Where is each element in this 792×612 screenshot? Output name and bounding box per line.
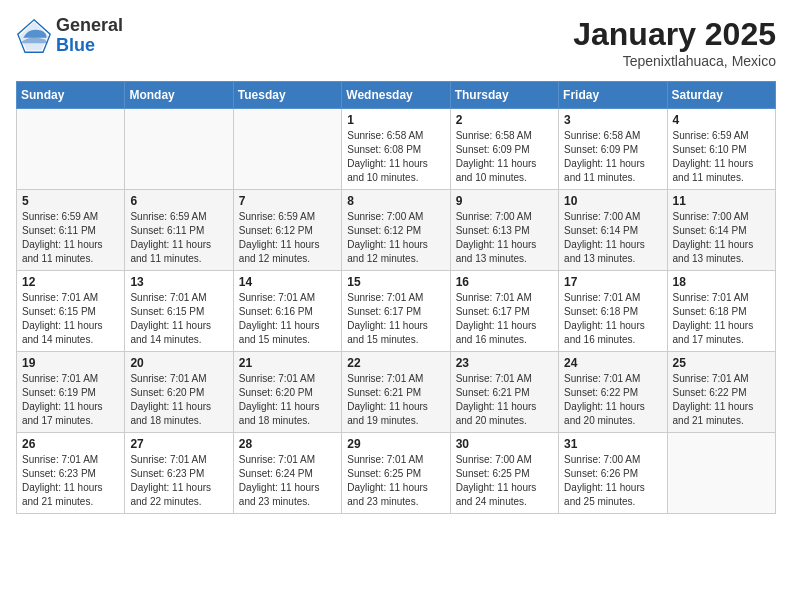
calendar-cell xyxy=(667,433,775,514)
calendar-table: SundayMondayTuesdayWednesdayThursdayFrid… xyxy=(16,81,776,514)
calendar-cell xyxy=(125,109,233,190)
calendar-cell xyxy=(17,109,125,190)
calendar-cell: 15Sunrise: 7:01 AMSunset: 6:17 PMDayligh… xyxy=(342,271,450,352)
cell-daylight: Daylight: 11 hours and 16 minutes. xyxy=(456,319,553,347)
calendar-week-row: 26Sunrise: 7:01 AMSunset: 6:23 PMDayligh… xyxy=(17,433,776,514)
cell-sunrise: Sunrise: 7:01 AM xyxy=(239,453,336,467)
cell-daylight: Daylight: 11 hours and 24 minutes. xyxy=(456,481,553,509)
day-number: 28 xyxy=(239,437,336,451)
calendar-cell: 8Sunrise: 7:00 AMSunset: 6:12 PMDaylight… xyxy=(342,190,450,271)
day-number: 20 xyxy=(130,356,227,370)
cell-sunrise: Sunrise: 7:00 AM xyxy=(673,210,770,224)
day-number: 11 xyxy=(673,194,770,208)
cell-daylight: Daylight: 11 hours and 25 minutes. xyxy=(564,481,661,509)
cell-sunrise: Sunrise: 7:00 AM xyxy=(456,453,553,467)
cell-daylight: Daylight: 11 hours and 18 minutes. xyxy=(130,400,227,428)
weekday-header-saturday: Saturday xyxy=(667,82,775,109)
cell-daylight: Daylight: 11 hours and 17 minutes. xyxy=(22,400,119,428)
logo-general-text: General xyxy=(56,16,123,36)
cell-daylight: Daylight: 11 hours and 23 minutes. xyxy=(239,481,336,509)
cell-sunrise: Sunrise: 7:01 AM xyxy=(347,372,444,386)
cell-sunset: Sunset: 6:16 PM xyxy=(239,305,336,319)
cell-sunrise: Sunrise: 7:00 AM xyxy=(347,210,444,224)
cell-sunset: Sunset: 6:24 PM xyxy=(239,467,336,481)
cell-daylight: Daylight: 11 hours and 11 minutes. xyxy=(22,238,119,266)
calendar-cell: 19Sunrise: 7:01 AMSunset: 6:19 PMDayligh… xyxy=(17,352,125,433)
cell-daylight: Daylight: 11 hours and 13 minutes. xyxy=(564,238,661,266)
cell-daylight: Daylight: 11 hours and 19 minutes. xyxy=(347,400,444,428)
cell-daylight: Daylight: 11 hours and 10 minutes. xyxy=(347,157,444,185)
cell-sunset: Sunset: 6:25 PM xyxy=(456,467,553,481)
logo-blue-text: Blue xyxy=(56,36,123,56)
cell-sunset: Sunset: 6:11 PM xyxy=(130,224,227,238)
weekday-header-monday: Monday xyxy=(125,82,233,109)
title-block: January 2025 Tepenixtlahuaca, Mexico xyxy=(573,16,776,69)
calendar-cell: 21Sunrise: 7:01 AMSunset: 6:20 PMDayligh… xyxy=(233,352,341,433)
day-number: 3 xyxy=(564,113,661,127)
cell-sunrise: Sunrise: 7:01 AM xyxy=(347,453,444,467)
calendar-cell xyxy=(233,109,341,190)
cell-sunrise: Sunrise: 6:59 AM xyxy=(239,210,336,224)
cell-daylight: Daylight: 11 hours and 15 minutes. xyxy=(347,319,444,347)
weekday-header-friday: Friday xyxy=(559,82,667,109)
cell-daylight: Daylight: 11 hours and 17 minutes. xyxy=(673,319,770,347)
cell-sunset: Sunset: 6:21 PM xyxy=(347,386,444,400)
day-number: 17 xyxy=(564,275,661,289)
calendar-week-row: 5Sunrise: 6:59 AMSunset: 6:11 PMDaylight… xyxy=(17,190,776,271)
cell-sunrise: Sunrise: 7:01 AM xyxy=(22,372,119,386)
cell-sunrise: Sunrise: 7:01 AM xyxy=(456,291,553,305)
cell-daylight: Daylight: 11 hours and 14 minutes. xyxy=(22,319,119,347)
cell-daylight: Daylight: 11 hours and 11 minutes. xyxy=(673,157,770,185)
calendar-cell: 28Sunrise: 7:01 AMSunset: 6:24 PMDayligh… xyxy=(233,433,341,514)
calendar-cell: 1Sunrise: 6:58 AMSunset: 6:08 PMDaylight… xyxy=(342,109,450,190)
day-number: 25 xyxy=(673,356,770,370)
day-number: 21 xyxy=(239,356,336,370)
cell-sunset: Sunset: 6:19 PM xyxy=(22,386,119,400)
day-number: 12 xyxy=(22,275,119,289)
day-number: 24 xyxy=(564,356,661,370)
cell-sunset: Sunset: 6:14 PM xyxy=(564,224,661,238)
cell-sunrise: Sunrise: 7:01 AM xyxy=(564,372,661,386)
cell-daylight: Daylight: 11 hours and 16 minutes. xyxy=(564,319,661,347)
cell-daylight: Daylight: 11 hours and 22 minutes. xyxy=(130,481,227,509)
cell-sunset: Sunset: 6:25 PM xyxy=(347,467,444,481)
cell-sunset: Sunset: 6:23 PM xyxy=(22,467,119,481)
calendar-cell: 31Sunrise: 7:00 AMSunset: 6:26 PMDayligh… xyxy=(559,433,667,514)
cell-sunset: Sunset: 6:21 PM xyxy=(456,386,553,400)
cell-daylight: Daylight: 11 hours and 23 minutes. xyxy=(347,481,444,509)
day-number: 27 xyxy=(130,437,227,451)
cell-daylight: Daylight: 11 hours and 20 minutes. xyxy=(456,400,553,428)
calendar-body: 1Sunrise: 6:58 AMSunset: 6:08 PMDaylight… xyxy=(17,109,776,514)
calendar-cell: 22Sunrise: 7:01 AMSunset: 6:21 PMDayligh… xyxy=(342,352,450,433)
calendar-week-row: 19Sunrise: 7:01 AMSunset: 6:19 PMDayligh… xyxy=(17,352,776,433)
day-number: 30 xyxy=(456,437,553,451)
calendar-cell: 7Sunrise: 6:59 AMSunset: 6:12 PMDaylight… xyxy=(233,190,341,271)
month-title: January 2025 xyxy=(573,16,776,53)
cell-sunrise: Sunrise: 7:01 AM xyxy=(673,291,770,305)
day-number: 29 xyxy=(347,437,444,451)
cell-daylight: Daylight: 11 hours and 14 minutes. xyxy=(130,319,227,347)
cell-daylight: Daylight: 11 hours and 15 minutes. xyxy=(239,319,336,347)
cell-sunset: Sunset: 6:15 PM xyxy=(22,305,119,319)
day-number: 15 xyxy=(347,275,444,289)
cell-sunset: Sunset: 6:23 PM xyxy=(130,467,227,481)
day-number: 14 xyxy=(239,275,336,289)
cell-sunrise: Sunrise: 6:58 AM xyxy=(347,129,444,143)
cell-sunrise: Sunrise: 7:00 AM xyxy=(456,210,553,224)
cell-sunrise: Sunrise: 7:01 AM xyxy=(673,372,770,386)
calendar-cell: 17Sunrise: 7:01 AMSunset: 6:18 PMDayligh… xyxy=(559,271,667,352)
calendar-cell: 14Sunrise: 7:01 AMSunset: 6:16 PMDayligh… xyxy=(233,271,341,352)
cell-sunset: Sunset: 6:11 PM xyxy=(22,224,119,238)
calendar-cell: 6Sunrise: 6:59 AMSunset: 6:11 PMDaylight… xyxy=(125,190,233,271)
calendar-cell: 11Sunrise: 7:00 AMSunset: 6:14 PMDayligh… xyxy=(667,190,775,271)
logo-text: General Blue xyxy=(56,16,123,56)
cell-sunrise: Sunrise: 7:01 AM xyxy=(239,291,336,305)
weekday-header-row: SundayMondayTuesdayWednesdayThursdayFrid… xyxy=(17,82,776,109)
calendar-cell: 16Sunrise: 7:01 AMSunset: 6:17 PMDayligh… xyxy=(450,271,558,352)
cell-daylight: Daylight: 11 hours and 21 minutes. xyxy=(673,400,770,428)
cell-sunrise: Sunrise: 7:01 AM xyxy=(564,291,661,305)
cell-sunset: Sunset: 6:20 PM xyxy=(130,386,227,400)
calendar-cell: 29Sunrise: 7:01 AMSunset: 6:25 PMDayligh… xyxy=(342,433,450,514)
cell-sunset: Sunset: 6:17 PM xyxy=(347,305,444,319)
cell-sunrise: Sunrise: 7:00 AM xyxy=(564,210,661,224)
